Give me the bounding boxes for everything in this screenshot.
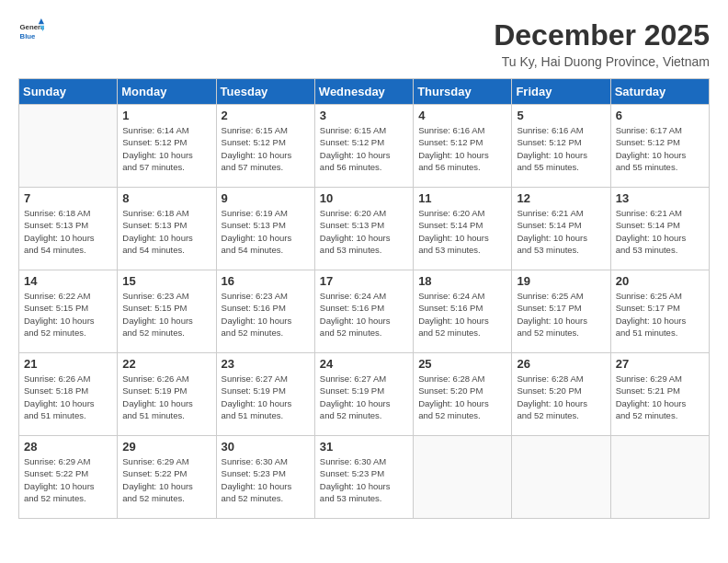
calendar-week-row: 14Sunrise: 6:22 AMSunset: 5:15 PMDayligh… bbox=[19, 270, 710, 353]
calendar-cell: 13Sunrise: 6:21 AMSunset: 5:14 PMDayligh… bbox=[610, 188, 709, 270]
day-info: Sunrise: 6:30 AMSunset: 5:23 PMDaylight:… bbox=[320, 455, 408, 504]
day-info: Sunrise: 6:19 AMSunset: 5:13 PMDaylight:… bbox=[222, 207, 310, 256]
day-info: Sunrise: 6:20 AMSunset: 5:14 PMDaylight:… bbox=[418, 207, 506, 256]
day-info: Sunrise: 6:16 AMSunset: 5:12 PMDaylight:… bbox=[418, 124, 506, 173]
day-info: Sunrise: 6:23 AMSunset: 5:16 PMDaylight:… bbox=[222, 290, 310, 339]
calendar-cell: 15Sunrise: 6:23 AMSunset: 5:15 PMDayligh… bbox=[118, 270, 216, 353]
day-number: 1 bbox=[122, 109, 210, 122]
day-info: Sunrise: 6:29 AMSunset: 5:22 PMDaylight:… bbox=[24, 455, 112, 504]
svg-text:General: General bbox=[20, 23, 44, 31]
day-number: 16 bbox=[222, 274, 310, 288]
day-info: Sunrise: 6:28 AMSunset: 5:20 PMDaylight:… bbox=[517, 373, 605, 421]
day-number: 30 bbox=[222, 440, 310, 454]
day-info: Sunrise: 6:29 AMSunset: 5:22 PMDaylight:… bbox=[122, 455, 210, 504]
day-info: Sunrise: 6:14 AMSunset: 5:12 PMDaylight:… bbox=[122, 124, 210, 173]
calendar-cell: 22Sunrise: 6:26 AMSunset: 5:19 PMDayligh… bbox=[118, 353, 216, 436]
weekday-header: Saturday bbox=[610, 79, 709, 105]
calendar-cell: 25Sunrise: 6:28 AMSunset: 5:20 PMDayligh… bbox=[414, 353, 512, 436]
calendar-week-row: 7Sunrise: 6:18 AMSunset: 5:13 PMDaylight… bbox=[19, 188, 710, 270]
calendar-subtitle: Tu Ky, Hai Duong Province, Vietnam bbox=[494, 54, 710, 69]
weekday-header: Sunday bbox=[19, 79, 118, 105]
calendar-cell: 5Sunrise: 6:16 AMSunset: 5:12 PMDaylight… bbox=[512, 105, 610, 188]
day-number: 8 bbox=[122, 191, 210, 205]
day-info: Sunrise: 6:24 AMSunset: 5:16 PMDaylight:… bbox=[418, 290, 506, 339]
page-header: General Blue December 2025 Tu Ky, Hai Du… bbox=[18, 18, 710, 69]
calendar-cell: 6Sunrise: 6:17 AMSunset: 5:12 PMDaylight… bbox=[610, 105, 709, 188]
calendar-cell bbox=[19, 105, 118, 188]
calendar-cell: 4Sunrise: 6:16 AMSunset: 5:12 PMDaylight… bbox=[414, 105, 512, 188]
calendar-cell: 21Sunrise: 6:26 AMSunset: 5:18 PMDayligh… bbox=[19, 353, 118, 436]
calendar-table: SundayMondayTuesdayWednesdayThursdayFrid… bbox=[18, 78, 710, 519]
calendar-cell: 8Sunrise: 6:18 AMSunset: 5:13 PMDaylight… bbox=[118, 188, 216, 270]
calendar-cell bbox=[512, 436, 610, 519]
calendar-cell: 27Sunrise: 6:29 AMSunset: 5:21 PMDayligh… bbox=[610, 353, 709, 436]
day-info: Sunrise: 6:29 AMSunset: 5:21 PMDaylight:… bbox=[616, 373, 704, 421]
day-number: 25 bbox=[418, 357, 506, 371]
day-info: Sunrise: 6:27 AMSunset: 5:19 PMDaylight:… bbox=[320, 373, 408, 421]
weekday-header: Thursday bbox=[414, 79, 512, 105]
day-info: Sunrise: 6:15 AMSunset: 5:12 PMDaylight:… bbox=[222, 124, 310, 173]
day-number: 27 bbox=[616, 357, 704, 371]
day-info: Sunrise: 6:15 AMSunset: 5:12 PMDaylight:… bbox=[320, 124, 408, 173]
day-number: 5 bbox=[517, 109, 605, 122]
svg-marker-2 bbox=[39, 18, 44, 24]
calendar-cell: 11Sunrise: 6:20 AMSunset: 5:14 PMDayligh… bbox=[414, 188, 512, 270]
day-number: 23 bbox=[222, 357, 310, 371]
day-info: Sunrise: 6:24 AMSunset: 5:16 PMDaylight:… bbox=[320, 290, 408, 339]
weekday-header: Wednesday bbox=[314, 79, 413, 105]
calendar-cell: 3Sunrise: 6:15 AMSunset: 5:12 PMDaylight… bbox=[314, 105, 413, 188]
day-number: 6 bbox=[616, 109, 704, 122]
day-number: 3 bbox=[320, 109, 408, 122]
calendar-cell: 30Sunrise: 6:30 AMSunset: 5:23 PMDayligh… bbox=[216, 436, 314, 519]
day-number: 21 bbox=[24, 357, 112, 371]
calendar-week-row: 21Sunrise: 6:26 AMSunset: 5:18 PMDayligh… bbox=[19, 353, 710, 436]
day-info: Sunrise: 6:21 AMSunset: 5:14 PMDaylight:… bbox=[517, 207, 605, 256]
day-info: Sunrise: 6:26 AMSunset: 5:19 PMDaylight:… bbox=[122, 373, 210, 421]
day-number: 15 bbox=[122, 274, 210, 288]
day-info: Sunrise: 6:27 AMSunset: 5:19 PMDaylight:… bbox=[222, 373, 310, 421]
calendar-cell: 12Sunrise: 6:21 AMSunset: 5:14 PMDayligh… bbox=[512, 188, 610, 270]
day-number: 20 bbox=[616, 274, 704, 288]
calendar-cell: 23Sunrise: 6:27 AMSunset: 5:19 PMDayligh… bbox=[216, 353, 314, 436]
calendar-cell: 26Sunrise: 6:28 AMSunset: 5:20 PMDayligh… bbox=[512, 353, 610, 436]
calendar-cell: 7Sunrise: 6:18 AMSunset: 5:13 PMDaylight… bbox=[19, 188, 118, 270]
day-info: Sunrise: 6:17 AMSunset: 5:12 PMDaylight:… bbox=[616, 124, 704, 173]
day-info: Sunrise: 6:20 AMSunset: 5:13 PMDaylight:… bbox=[320, 207, 408, 256]
calendar-cell: 24Sunrise: 6:27 AMSunset: 5:19 PMDayligh… bbox=[314, 353, 413, 436]
day-number: 18 bbox=[418, 274, 506, 288]
title-block: December 2025 Tu Ky, Hai Duong Province,… bbox=[494, 18, 710, 69]
calendar-cell: 17Sunrise: 6:24 AMSunset: 5:16 PMDayligh… bbox=[314, 270, 413, 353]
day-info: Sunrise: 6:25 AMSunset: 5:17 PMDaylight:… bbox=[517, 290, 605, 339]
calendar-week-row: 1Sunrise: 6:14 AMSunset: 5:12 PMDaylight… bbox=[19, 105, 710, 188]
calendar-cell: 10Sunrise: 6:20 AMSunset: 5:13 PMDayligh… bbox=[314, 188, 413, 270]
day-number: 9 bbox=[222, 191, 310, 205]
day-number: 11 bbox=[418, 191, 506, 205]
weekday-header: Friday bbox=[512, 79, 610, 105]
day-number: 28 bbox=[24, 440, 112, 454]
day-info: Sunrise: 6:21 AMSunset: 5:14 PMDaylight:… bbox=[616, 207, 704, 256]
day-number: 4 bbox=[418, 109, 506, 122]
calendar-cell: 16Sunrise: 6:23 AMSunset: 5:16 PMDayligh… bbox=[216, 270, 314, 353]
day-number: 31 bbox=[320, 440, 408, 454]
day-number: 22 bbox=[122, 357, 210, 371]
day-number: 10 bbox=[320, 191, 408, 205]
calendar-cell bbox=[610, 436, 709, 519]
day-info: Sunrise: 6:30 AMSunset: 5:23 PMDaylight:… bbox=[222, 455, 310, 504]
day-number: 12 bbox=[517, 191, 605, 205]
weekday-header: Monday bbox=[118, 79, 216, 105]
svg-text:Blue: Blue bbox=[20, 32, 37, 40]
day-number: 26 bbox=[517, 357, 605, 371]
day-number: 24 bbox=[320, 357, 408, 371]
day-number: 7 bbox=[24, 191, 112, 205]
calendar-cell: 19Sunrise: 6:25 AMSunset: 5:17 PMDayligh… bbox=[512, 270, 610, 353]
day-info: Sunrise: 6:26 AMSunset: 5:18 PMDaylight:… bbox=[24, 373, 112, 421]
calendar-cell bbox=[414, 436, 512, 519]
calendar-cell: 29Sunrise: 6:29 AMSunset: 5:22 PMDayligh… bbox=[118, 436, 216, 519]
day-number: 14 bbox=[24, 274, 112, 288]
day-info: Sunrise: 6:18 AMSunset: 5:13 PMDaylight:… bbox=[122, 207, 210, 256]
day-number: 29 bbox=[122, 440, 210, 454]
weekday-header: Tuesday bbox=[216, 79, 314, 105]
calendar-cell: 28Sunrise: 6:29 AMSunset: 5:22 PMDayligh… bbox=[19, 436, 118, 519]
calendar-cell: 20Sunrise: 6:25 AMSunset: 5:17 PMDayligh… bbox=[610, 270, 709, 353]
calendar-cell: 31Sunrise: 6:30 AMSunset: 5:23 PMDayligh… bbox=[314, 436, 413, 519]
